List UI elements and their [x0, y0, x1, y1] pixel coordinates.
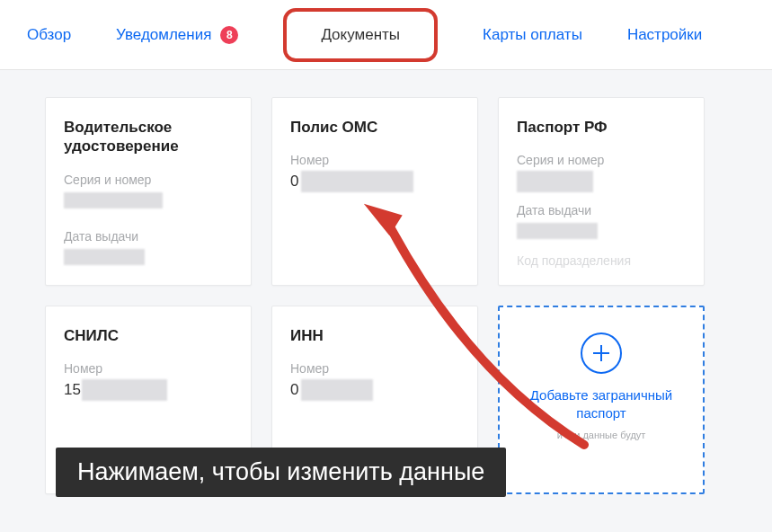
field-value: 8	[517, 173, 686, 191]
field-label: Номер	[290, 153, 459, 167]
field-value: 15 7	[64, 381, 233, 399]
card-title: Водительское удостоверение	[64, 118, 233, 156]
field-label: Серия и номер	[64, 173, 233, 187]
field-value	[517, 223, 686, 241]
tab-overview[interactable]: Обзор	[27, 26, 71, 44]
notifications-badge: 8	[220, 26, 238, 44]
tab-notifications-label: Уведомления	[116, 26, 211, 44]
field-label: Серия и номер	[517, 153, 686, 167]
field-label: Дата выдачи	[64, 229, 233, 244]
blurred-value	[64, 192, 163, 208]
plus-icon	[581, 332, 622, 374]
card-title: ИНН	[290, 326, 459, 345]
field-label: Код подразделения	[517, 253, 686, 268]
tab-payment-cards[interactable]: Карты оплаты	[483, 26, 582, 44]
card-driver-license[interactable]: Водительское удостоверение Серия и номер…	[45, 97, 252, 286]
card-passport-rf[interactable]: Паспорт РФ Серия и номер 8 Дата выдачи К…	[498, 97, 705, 286]
partial-blurred-value: 15 7	[64, 381, 149, 399]
field-value	[64, 192, 233, 213]
field-label: Дата выдачи	[517, 203, 686, 217]
cards-grid: Водительское удостоверение Серия и номер…	[45, 97, 727, 494]
card-title: Паспорт РФ	[517, 118, 686, 137]
tab-settings[interactable]: Настройки	[627, 26, 702, 44]
card-title: СНИЛС	[64, 326, 233, 345]
field-value: 0 3	[290, 381, 459, 399]
card-oms[interactable]: Полис ОМС Номер 0 6	[271, 97, 478, 286]
add-card-title: Добавьте заграничный паспорт	[500, 386, 703, 421]
add-card-subtitle: и эти данные будут	[548, 429, 655, 441]
tab-documents[interactable]: Документы	[283, 8, 438, 62]
field-label: Номер	[64, 361, 233, 376]
annotation-caption: Нажимаем, чтобы изменить данные	[56, 448, 506, 497]
field-label: Номер	[290, 361, 459, 376]
blurred-value	[64, 249, 145, 265]
partial-blurred-value: 0 3	[290, 381, 359, 399]
partial-blurred-value: 0 6	[290, 173, 388, 191]
field-value: 0 6	[290, 173, 459, 191]
card-add-foreign-passport[interactable]: Добавьте заграничный паспорт и эти данны…	[498, 306, 705, 494]
card-title: Полис ОМС	[290, 118, 459, 137]
tab-notifications[interactable]: Уведомления 8	[116, 26, 238, 44]
field-value	[64, 249, 233, 270]
blurred-value	[517, 223, 598, 239]
partial-blurred-value: 8	[517, 173, 585, 191]
tabs-bar: Обзор Уведомления 8 Документы Карты опла…	[0, 0, 772, 70]
